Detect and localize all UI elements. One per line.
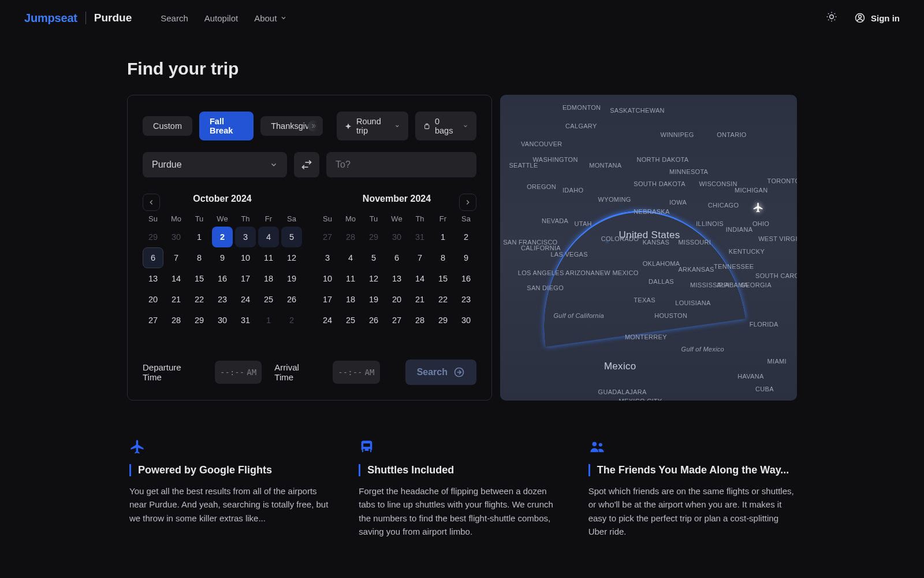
dow-cell: Tu <box>363 211 384 227</box>
calendar-day[interactable]: 8 <box>433 247 453 268</box>
calendar-day[interactable]: 5 <box>281 227 302 247</box>
calendar-day[interactable]: 18 <box>340 289 361 310</box>
calendar-day[interactable]: 16 <box>212 268 233 289</box>
calendar-day[interactable]: 28 <box>409 310 430 331</box>
swap-button[interactable] <box>294 152 319 177</box>
dow-cell: We <box>212 211 233 227</box>
calendar-day[interactable]: 12 <box>363 268 384 289</box>
calendar-day: 1 <box>258 310 279 331</box>
calendar-day[interactable]: 19 <box>363 289 384 310</box>
calendar-day[interactable]: 12 <box>281 247 302 268</box>
calendar-day[interactable]: 2 <box>212 227 233 247</box>
calendar-day[interactable]: 16 <box>456 268 476 289</box>
calendar-day[interactable]: 14 <box>166 268 187 289</box>
theme-toggle[interactable] <box>826 11 837 25</box>
dow-cell: Mo <box>340 211 361 227</box>
calendar-day[interactable]: 21 <box>409 289 430 310</box>
calendar-day[interactable]: 24 <box>235 289 256 310</box>
calendar-day[interactable]: 4 <box>340 247 361 268</box>
calendar-day[interactable]: 1 <box>433 227 453 247</box>
bus-icon <box>359 439 565 455</box>
calendar-day[interactable]: 6 <box>386 247 407 268</box>
calendar-day[interactable]: 30 <box>456 310 476 331</box>
brand-name[interactable]: Jumpseat <box>24 12 77 25</box>
map-label: Guadalajara <box>598 388 647 395</box>
calendar-day[interactable]: 14 <box>409 268 430 289</box>
departure-time-input[interactable]: --:-- AM <box>215 361 262 384</box>
calendar-day[interactable]: 25 <box>340 310 361 331</box>
arrival-time-input[interactable]: --:-- AM <box>333 361 380 384</box>
calendar-day[interactable]: 21 <box>166 289 187 310</box>
preset-thanksgiving[interactable]: Thanksgiving <box>260 116 323 136</box>
calendar-day[interactable]: 20 <box>143 289 163 310</box>
nav-link-about[interactable]: About <box>254 13 287 23</box>
calendar-day[interactable]: 15 <box>189 268 210 289</box>
calendar-prev[interactable] <box>143 194 160 211</box>
origin-select[interactable]: Purdue <box>143 152 287 177</box>
calendar-day[interactable]: 26 <box>281 289 302 310</box>
signin-button[interactable]: Sign in <box>855 13 900 23</box>
calendar-day[interactable]: 30 <box>212 310 233 331</box>
chevron-down-icon <box>280 14 287 21</box>
svg-line-7 <box>828 20 829 20</box>
calendar-day[interactable]: 23 <box>456 289 476 310</box>
map[interactable]: EdmontonSASKATCHEWANCalgaryWinnipegVanco… <box>500 95 797 401</box>
calendar-next[interactable] <box>459 194 476 211</box>
calendar-day[interactable]: 27 <box>143 310 163 331</box>
month-right: November 2024 SuMoTuWeThFrSa 27282930311… <box>317 194 476 331</box>
preset-fall-break[interactable]: Fall Break <box>199 112 254 140</box>
calendar-day[interactable]: 19 <box>281 268 302 289</box>
calendar-day[interactable]: 13 <box>143 268 163 289</box>
calendar-day[interactable]: 11 <box>258 247 279 268</box>
map-label: Miami <box>767 358 787 365</box>
calendar-day[interactable]: 20 <box>386 289 407 310</box>
calendar-day[interactable]: 28 <box>166 310 187 331</box>
calendar-day[interactable]: 1 <box>189 227 210 247</box>
calendar-day[interactable]: 5 <box>363 247 384 268</box>
trip-type-select[interactable]: Round trip <box>337 112 408 140</box>
calendar-day[interactable]: 31 <box>235 310 256 331</box>
calendar-day[interactable]: 6 <box>143 247 163 268</box>
calendar-day[interactable]: 22 <box>189 289 210 310</box>
origin-value: Purdue <box>152 160 182 170</box>
calendar-day[interactable]: 2 <box>456 227 476 247</box>
calendar-day[interactable]: 7 <box>409 247 430 268</box>
map-label: OREGON <box>527 183 556 190</box>
calendar-day[interactable]: 15 <box>433 268 453 289</box>
nav-link-autopilot[interactable]: Autopilot <box>204 13 238 23</box>
calendar-day[interactable]: 13 <box>386 268 407 289</box>
calendar-day[interactable]: 29 <box>433 310 453 331</box>
calendar-day[interactable]: 17 <box>317 289 338 310</box>
calendar-day[interactable]: 9 <box>456 247 476 268</box>
calendar-day[interactable]: 17 <box>235 268 256 289</box>
calendar-day[interactable]: 9 <box>212 247 233 268</box>
calendar-day[interactable]: 7 <box>166 247 187 268</box>
calendar-day[interactable]: 18 <box>258 268 279 289</box>
calendar-day[interactable]: 27 <box>386 310 407 331</box>
departure-time-label: Departure Time <box>143 362 202 382</box>
bags-select[interactable]: 0 bags <box>415 112 476 140</box>
destination-input[interactable]: To? <box>326 152 476 177</box>
calendar-day[interactable]: 23 <box>212 289 233 310</box>
calendar-day[interactable]: 11 <box>340 268 361 289</box>
brand-sub[interactable]: Purdue <box>94 12 132 24</box>
calendar-day[interactable]: 26 <box>363 310 384 331</box>
calendar-day[interactable]: 8 <box>189 247 210 268</box>
calendar-day[interactable]: 29 <box>189 310 210 331</box>
month-left: October 2024 SuMoTuWeThFrSa 293012345678… <box>143 194 302 331</box>
calendar-day[interactable]: 4 <box>258 227 279 247</box>
calendar-day[interactable]: 25 <box>258 289 279 310</box>
calendar-day[interactable]: 10 <box>235 247 256 268</box>
preset-custom[interactable]: Custom <box>143 116 192 136</box>
calendar-day[interactable]: 10 <box>317 268 338 289</box>
chevron-down-icon <box>394 123 400 129</box>
main: Find your trip Custom Fall Break Thanksg… <box>0 36 924 538</box>
nav-link-search[interactable]: Search <box>161 13 188 23</box>
plane-icon <box>129 439 336 455</box>
calendar-day[interactable]: 22 <box>433 289 453 310</box>
calendar-day[interactable]: 3 <box>235 227 256 247</box>
preset-more-badge[interactable] <box>308 120 319 132</box>
calendar-day[interactable]: 24 <box>317 310 338 331</box>
calendar-day[interactable]: 3 <box>317 247 338 268</box>
search-button[interactable]: Search <box>405 360 476 385</box>
